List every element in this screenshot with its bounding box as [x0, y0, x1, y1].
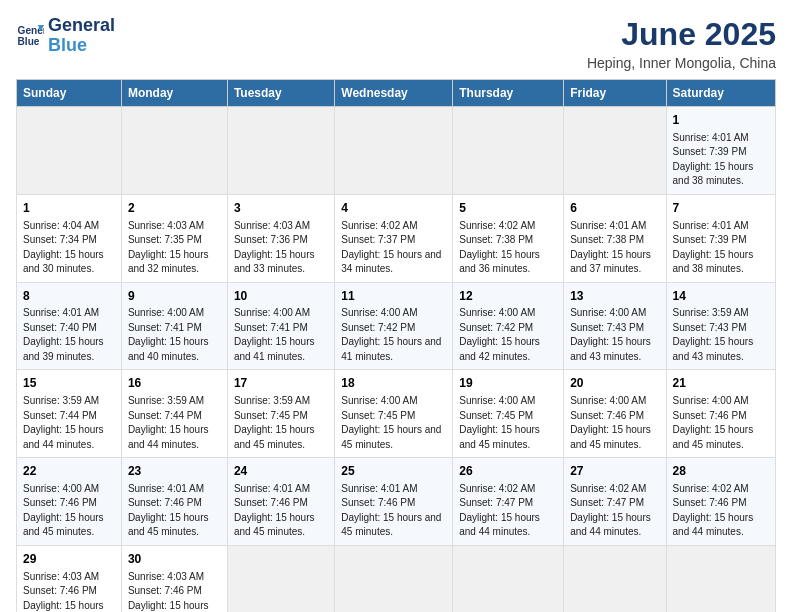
calendar-cell: 6Sunrise: 4:01 AMSunset: 7:38 PMDaylight…	[564, 194, 666, 282]
logo-text: General Blue	[48, 16, 115, 56]
calendar-cell: 23Sunrise: 4:01 AMSunset: 7:46 PMDayligh…	[121, 458, 227, 546]
column-header-friday: Friday	[564, 80, 666, 107]
cell-content: Sunrise: 4:00 AMSunset: 7:41 PMDaylight:…	[128, 306, 221, 364]
page-header: General Blue General Blue June 2025 Hepi…	[16, 16, 776, 71]
day-number: 25	[341, 463, 446, 480]
logo-icon: General Blue	[16, 22, 44, 50]
day-number: 22	[23, 463, 115, 480]
day-number: 30	[128, 551, 221, 568]
calendar-cell	[335, 545, 453, 612]
calendar-cell: 7Sunrise: 4:01 AMSunset: 7:39 PMDaylight…	[666, 194, 775, 282]
day-number: 9	[128, 288, 221, 305]
column-header-saturday: Saturday	[666, 80, 775, 107]
calendar-cell	[453, 545, 564, 612]
calendar-cell: 1Sunrise: 4:04 AMSunset: 7:34 PMDaylight…	[17, 194, 122, 282]
day-number: 13	[570, 288, 659, 305]
cell-content: Sunrise: 4:01 AMSunset: 7:40 PMDaylight:…	[23, 306, 115, 364]
calendar-cell: 13Sunrise: 4:00 AMSunset: 7:43 PMDayligh…	[564, 282, 666, 370]
calendar-cell	[227, 545, 334, 612]
cell-content: Sunrise: 4:00 AMSunset: 7:46 PMDaylight:…	[570, 394, 659, 452]
day-number: 11	[341, 288, 446, 305]
calendar-cell: 28Sunrise: 4:02 AMSunset: 7:46 PMDayligh…	[666, 458, 775, 546]
calendar-cell: 20Sunrise: 4:00 AMSunset: 7:46 PMDayligh…	[564, 370, 666, 458]
calendar-cell: 14Sunrise: 3:59 AMSunset: 7:43 PMDayligh…	[666, 282, 775, 370]
calendar-cell: 19Sunrise: 4:00 AMSunset: 7:45 PMDayligh…	[453, 370, 564, 458]
cell-content: Sunrise: 4:02 AMSunset: 7:38 PMDaylight:…	[459, 219, 557, 277]
calendar-cell	[666, 545, 775, 612]
column-header-sunday: Sunday	[17, 80, 122, 107]
calendar-cell: 2Sunrise: 4:03 AMSunset: 7:35 PMDaylight…	[121, 194, 227, 282]
cell-content: Sunrise: 4:01 AMSunset: 7:46 PMDaylight:…	[341, 482, 446, 540]
day-number: 10	[234, 288, 328, 305]
column-header-wednesday: Wednesday	[335, 80, 453, 107]
calendar-cell	[453, 107, 564, 195]
cell-content: Sunrise: 4:00 AMSunset: 7:43 PMDaylight:…	[570, 306, 659, 364]
day-number: 21	[673, 375, 769, 392]
calendar-cell: 25Sunrise: 4:01 AMSunset: 7:46 PMDayligh…	[335, 458, 453, 546]
day-number: 2	[128, 200, 221, 217]
location-subtitle: Heping, Inner Mongolia, China	[587, 55, 776, 71]
calendar-week-1: 1Sunrise: 4:01 AMSunset: 7:39 PMDaylight…	[17, 107, 776, 195]
cell-content: Sunrise: 4:00 AMSunset: 7:41 PMDaylight:…	[234, 306, 328, 364]
day-number: 23	[128, 463, 221, 480]
day-number: 27	[570, 463, 659, 480]
day-number: 16	[128, 375, 221, 392]
cell-content: Sunrise: 4:03 AMSunset: 7:46 PMDaylight:…	[23, 570, 115, 612]
calendar-cell: 27Sunrise: 4:02 AMSunset: 7:47 PMDayligh…	[564, 458, 666, 546]
logo: General Blue General Blue	[16, 16, 115, 56]
cell-content: Sunrise: 4:00 AMSunset: 7:46 PMDaylight:…	[673, 394, 769, 452]
calendar-cell	[17, 107, 122, 195]
day-number: 17	[234, 375, 328, 392]
calendar-cell: 22Sunrise: 4:00 AMSunset: 7:46 PMDayligh…	[17, 458, 122, 546]
cell-content: Sunrise: 4:00 AMSunset: 7:42 PMDaylight:…	[341, 306, 446, 364]
calendar-cell: 4Sunrise: 4:02 AMSunset: 7:37 PMDaylight…	[335, 194, 453, 282]
day-number: 1	[23, 200, 115, 217]
cell-content: Sunrise: 4:03 AMSunset: 7:46 PMDaylight:…	[128, 570, 221, 612]
svg-text:Blue: Blue	[18, 36, 40, 47]
day-number: 12	[459, 288, 557, 305]
calendar-cell: 17Sunrise: 3:59 AMSunset: 7:45 PMDayligh…	[227, 370, 334, 458]
calendar-cell: 8Sunrise: 4:01 AMSunset: 7:40 PMDaylight…	[17, 282, 122, 370]
header-row: SundayMondayTuesdayWednesdayThursdayFrid…	[17, 80, 776, 107]
calendar-week-4: 15Sunrise: 3:59 AMSunset: 7:44 PMDayligh…	[17, 370, 776, 458]
day-number: 19	[459, 375, 557, 392]
day-number: 6	[570, 200, 659, 217]
cell-content: Sunrise: 4:02 AMSunset: 7:37 PMDaylight:…	[341, 219, 446, 277]
month-title: June 2025	[587, 16, 776, 53]
day-number: 7	[673, 200, 769, 217]
calendar-cell: 21Sunrise: 4:00 AMSunset: 7:46 PMDayligh…	[666, 370, 775, 458]
calendar-cell: 18Sunrise: 4:00 AMSunset: 7:45 PMDayligh…	[335, 370, 453, 458]
calendar-cell: 26Sunrise: 4:02 AMSunset: 7:47 PMDayligh…	[453, 458, 564, 546]
calendar-week-2: 1Sunrise: 4:04 AMSunset: 7:34 PMDaylight…	[17, 194, 776, 282]
calendar-cell: 1Sunrise: 4:01 AMSunset: 7:39 PMDaylight…	[666, 107, 775, 195]
day-number: 4	[341, 200, 446, 217]
cell-content: Sunrise: 4:00 AMSunset: 7:42 PMDaylight:…	[459, 306, 557, 364]
cell-content: Sunrise: 4:00 AMSunset: 7:45 PMDaylight:…	[459, 394, 557, 452]
cell-content: Sunrise: 4:03 AMSunset: 7:36 PMDaylight:…	[234, 219, 328, 277]
day-number: 26	[459, 463, 557, 480]
day-number: 5	[459, 200, 557, 217]
calendar-header: SundayMondayTuesdayWednesdayThursdayFrid…	[17, 80, 776, 107]
day-number: 3	[234, 200, 328, 217]
cell-content: Sunrise: 3:59 AMSunset: 7:45 PMDaylight:…	[234, 394, 328, 452]
calendar-week-5: 22Sunrise: 4:00 AMSunset: 7:46 PMDayligh…	[17, 458, 776, 546]
cell-content: Sunrise: 4:02 AMSunset: 7:46 PMDaylight:…	[673, 482, 769, 540]
column-header-tuesday: Tuesday	[227, 80, 334, 107]
cell-content: Sunrise: 4:03 AMSunset: 7:35 PMDaylight:…	[128, 219, 221, 277]
calendar-cell: 10Sunrise: 4:00 AMSunset: 7:41 PMDayligh…	[227, 282, 334, 370]
day-number: 24	[234, 463, 328, 480]
cell-content: Sunrise: 4:01 AMSunset: 7:39 PMDaylight:…	[673, 131, 769, 189]
calendar-cell	[564, 107, 666, 195]
cell-content: Sunrise: 4:01 AMSunset: 7:39 PMDaylight:…	[673, 219, 769, 277]
calendar-cell: 30Sunrise: 4:03 AMSunset: 7:46 PMDayligh…	[121, 545, 227, 612]
column-header-monday: Monday	[121, 80, 227, 107]
calendar-cell: 29Sunrise: 4:03 AMSunset: 7:46 PMDayligh…	[17, 545, 122, 612]
calendar-cell	[121, 107, 227, 195]
cell-content: Sunrise: 3:59 AMSunset: 7:44 PMDaylight:…	[23, 394, 115, 452]
day-number: 29	[23, 551, 115, 568]
calendar-cell: 15Sunrise: 3:59 AMSunset: 7:44 PMDayligh…	[17, 370, 122, 458]
cell-content: Sunrise: 4:00 AMSunset: 7:45 PMDaylight:…	[341, 394, 446, 452]
calendar-cell	[564, 545, 666, 612]
day-number: 20	[570, 375, 659, 392]
cell-content: Sunrise: 3:59 AMSunset: 7:43 PMDaylight:…	[673, 306, 769, 364]
